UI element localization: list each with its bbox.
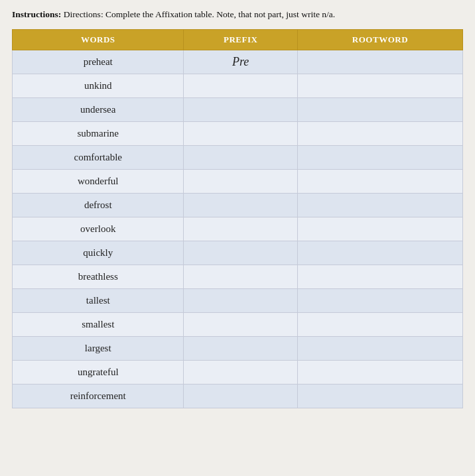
table-row: overlook [13,217,463,241]
cell-word: quickly [13,241,184,265]
col-words: WORDS [13,30,184,50]
table-row: comfortable [13,146,463,170]
cell-prefix [184,217,297,241]
cell-rootword [297,289,462,313]
instructions-label: Instructions: [12,9,61,19]
cell-rootword [297,146,462,170]
cell-rootword [297,361,462,385]
cell-rootword [297,265,462,289]
cell-prefix [184,194,297,217]
table-row: unkind [13,74,463,98]
cell-prefix [184,241,297,265]
cell-prefix [184,289,297,313]
table-row: preheatPre [13,50,463,74]
cell-word: reinforcement [13,385,184,408]
cell-prefix [184,74,297,98]
cell-word: smallest [13,313,184,337]
cell-prefix [184,337,297,361]
cell-prefix [184,122,297,146]
col-prefix: PREFIX [184,30,297,50]
cell-rootword [297,170,462,194]
cell-prefix: Pre [184,50,297,74]
cell-word: defrost [13,194,184,217]
cell-rootword [297,74,462,98]
table-row: tallest [13,289,463,313]
table-row: quickly [13,241,463,265]
cell-prefix [184,170,297,194]
cell-rootword [297,241,462,265]
cell-rootword [297,337,462,361]
cell-prefix [184,385,297,408]
table-row: undersea [13,98,463,122]
page: Instructions: Directions: Complete the A… [0,0,475,476]
cell-rootword [297,217,462,241]
table-row: largest [13,337,463,361]
cell-prefix [184,146,297,170]
col-rootword: ROOTWORD [297,30,462,50]
cell-word: breathless [13,265,184,289]
table-row: defrost [13,194,463,217]
affixation-table: WORDS PREFIX ROOTWORD preheatPreunkindun… [12,29,463,408]
table-row: breathless [13,265,463,289]
cell-word: overlook [13,217,184,241]
instructions-text: Instructions: Directions: Complete the A… [12,8,463,21]
cell-prefix [184,98,297,122]
table-row: smallest [13,313,463,337]
cell-word: ungrateful [13,361,184,385]
cell-rootword [297,50,462,74]
table-row: submarine [13,122,463,146]
table-row: reinforcement [13,385,463,408]
cell-rootword [297,313,462,337]
cell-word: wonderful [13,170,184,194]
cell-rootword [297,194,462,217]
cell-rootword [297,385,462,408]
cell-word: submarine [13,122,184,146]
cell-rootword [297,122,462,146]
cell-word: unkind [13,74,184,98]
instructions-body: Directions: Complete the Affixation tabl… [64,9,336,19]
affixation-table-wrapper: WORDS PREFIX ROOTWORD preheatPreunkindun… [12,29,463,408]
cell-word: tallest [13,289,184,313]
cell-word: comfortable [13,146,184,170]
cell-prefix [184,265,297,289]
handwritten-prefix: Pre [232,55,249,68]
table-body: preheatPreunkindunderseasubmarinecomfort… [13,50,463,408]
cell-prefix [184,361,297,385]
table-row: ungrateful [13,361,463,385]
cell-rootword [297,98,462,122]
cell-word: undersea [13,98,184,122]
table-header: WORDS PREFIX ROOTWORD [13,30,463,50]
cell-word: largest [13,337,184,361]
cell-prefix [184,313,297,337]
cell-word: preheat [13,50,184,74]
table-row: wonderful [13,170,463,194]
